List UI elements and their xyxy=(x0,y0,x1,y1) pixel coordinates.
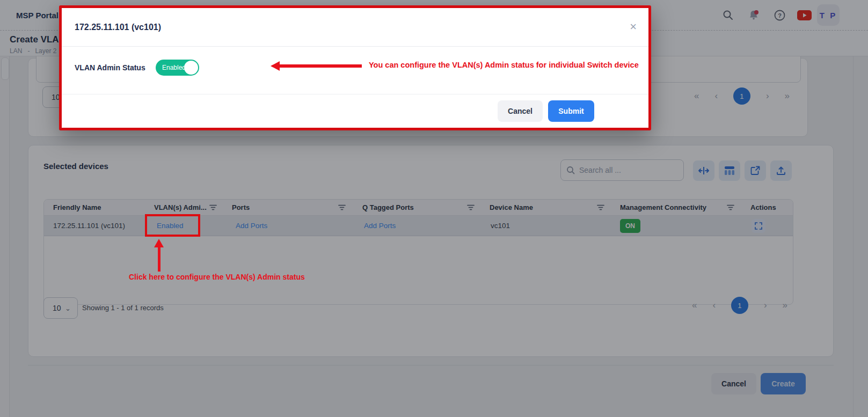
modal-cancel-button[interactable]: Cancel xyxy=(498,100,543,122)
annotation-text: You can configure the VLAN(s) Admin stat… xyxy=(369,61,639,69)
vlan-admin-status-modal: 172.25.11.101 (vc101) × VLAN Admin Statu… xyxy=(59,5,651,130)
modal-header: 172.25.11.101 (vc101) × xyxy=(62,8,648,47)
modal-title: 172.25.11.101 (vc101) xyxy=(75,8,161,47)
annotation-arrow-up xyxy=(158,247,161,272)
vlan-admin-status-toggle[interactable]: Enabled xyxy=(156,60,199,76)
app-root: MSP Portal ? T P Create VLAN LAN - Layer… xyxy=(0,0,868,417)
vlan-admin-status-label: VLAN Admin Status xyxy=(75,60,145,76)
modal-submit-button[interactable]: Submit xyxy=(548,100,594,122)
annotation-highlight-box xyxy=(145,214,200,237)
modal-footer: Cancel Submit xyxy=(62,94,648,128)
annotation-arrow-up-head xyxy=(154,239,164,247)
toggle-knob xyxy=(184,61,198,75)
toggle-state-label: Enabled xyxy=(162,60,186,76)
annotation-text: Click here to configure the VLAN(s) Admi… xyxy=(129,273,305,281)
close-icon[interactable]: × xyxy=(630,19,637,35)
annotation-arrow-left xyxy=(279,64,362,68)
annotation-arrow-left-head xyxy=(271,61,280,71)
